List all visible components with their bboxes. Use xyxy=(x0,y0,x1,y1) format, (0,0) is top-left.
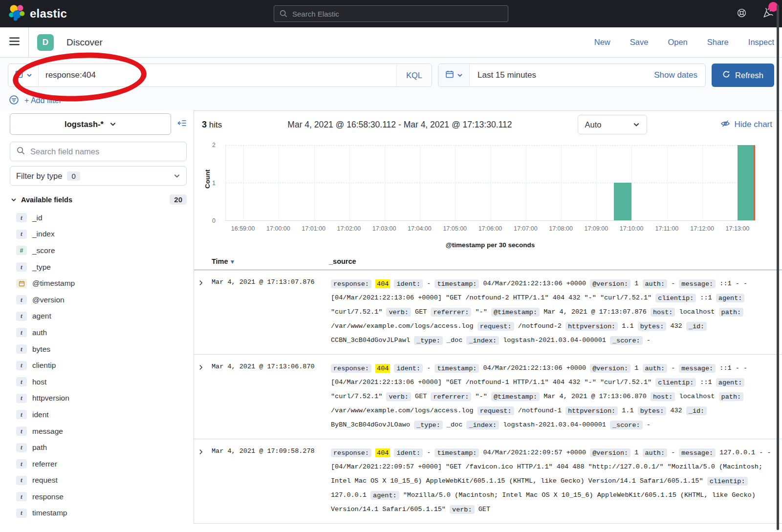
column-header-time[interactable]: Time▼ xyxy=(212,257,329,265)
type-filter-count-badge: 0 xyxy=(67,171,80,181)
field-key-pill: _index: xyxy=(466,421,499,429)
horizontal-gridline xyxy=(226,145,755,146)
row-source: response: 404 ident: - timestamp: 04/Mar… xyxy=(331,277,779,347)
field-key-pill: clientip: xyxy=(707,477,748,486)
filter-by-type-select[interactable]: Filter by type 0 xyxy=(10,166,187,186)
field-name: bytes xyxy=(32,345,50,354)
field-key-pill: _type: xyxy=(414,336,443,345)
horizontal-gridline xyxy=(226,183,755,183)
field-item-auth[interactable]: tauth xyxy=(10,324,187,341)
expand-row-button[interactable] xyxy=(198,277,212,288)
scrollbar-thumb[interactable] xyxy=(777,5,779,530)
field-type-text-icon: t xyxy=(16,361,27,370)
field-item-_index[interactable]: t_index xyxy=(10,226,187,243)
field-type-text-icon: t xyxy=(16,394,27,403)
date-picker: Last 15 minutes Show dates xyxy=(438,64,706,87)
histogram-bar[interactable] xyxy=(614,183,631,220)
share-button[interactable]: Share xyxy=(707,38,729,47)
field-type-text-icon: t xyxy=(16,377,27,386)
interval-select[interactable]: Auto xyxy=(578,115,647,134)
query-input[interactable] xyxy=(39,70,396,80)
field-value: 1 xyxy=(634,280,638,287)
show-dates-link[interactable]: Show dates xyxy=(654,70,705,80)
field-item-bytes[interactable]: tbytes xyxy=(10,341,187,358)
field-item-referrer[interactable]: treferrer xyxy=(10,456,187,472)
field-value: /var/www/example.com/logs/access.log xyxy=(331,322,474,330)
field-key-pill: referrer: xyxy=(431,308,471,317)
field-value: 04/Mar/2021:22:13:06 +0000 xyxy=(483,280,586,287)
table-row[interactable]: Mar 4, 2021 @ 17:09:58.278response: 404 … xyxy=(194,439,782,524)
x-axis-tick-label: 17:05:00 xyxy=(443,225,467,232)
field-item-response[interactable]: tresponse xyxy=(10,489,187,505)
field-type-text-icon: t xyxy=(16,213,27,222)
app-header: elastic xyxy=(0,0,782,27)
field-item-@version[interactable]: t@version xyxy=(10,292,187,308)
field-item-request[interactable]: trequest xyxy=(10,472,187,489)
elastic-logo[interactable]: elastic xyxy=(8,4,67,23)
field-item-@timestamp[interactable]: @timestamp xyxy=(10,275,187,292)
field-item-agent[interactable]: tagent xyxy=(10,308,187,325)
query-language-button[interactable]: KQL xyxy=(396,64,432,86)
index-pattern-select[interactable]: logstash-* xyxy=(10,113,171,135)
global-search-input[interactable] xyxy=(292,10,503,18)
row-time: Mar 4, 2021 @ 17:13:06.870 xyxy=(212,361,331,370)
table-row[interactable]: Mar 4, 2021 @ 17:13:07.876response: 404 … xyxy=(194,270,782,355)
field-key-pill: host: xyxy=(651,308,675,317)
saved-query-icon xyxy=(15,70,23,81)
field-item-_id[interactable]: t_id xyxy=(10,210,187,226)
field-item-message[interactable]: tmessage xyxy=(10,423,187,440)
field-search[interactable] xyxy=(10,142,187,161)
refresh-icon xyxy=(722,70,730,80)
field-item-host[interactable]: thost xyxy=(10,374,187,390)
hits-count: 3 hits xyxy=(202,120,222,130)
field-item-httpversion[interactable]: thttpversion xyxy=(10,390,187,407)
query-strip: KQL Last 15 minutes Show dates xyxy=(0,58,782,110)
nav-divider xyxy=(28,27,29,57)
collapse-sidebar-icon[interactable] xyxy=(177,118,187,130)
field-name: auth xyxy=(32,328,47,337)
global-search[interactable] xyxy=(274,5,508,22)
field-type-text-icon: t xyxy=(16,344,27,354)
refresh-button[interactable]: Refresh xyxy=(712,64,774,87)
field-key-pill: @version: xyxy=(590,364,630,373)
expand-row-button[interactable] xyxy=(198,361,212,372)
saved-query-button[interactable] xyxy=(8,64,39,86)
chevron-down-icon xyxy=(11,197,17,203)
table-row[interactable]: Mar 4, 2021 @ 17:13:06.870response: 404 … xyxy=(194,355,782,439)
add-filter-link[interactable]: + Add filter xyxy=(24,96,62,105)
time-range-end-marker xyxy=(754,145,755,220)
field-item-_score[interactable]: #_score xyxy=(10,242,187,259)
table-body: Mar 4, 2021 @ 17:13:07.876response: 404 … xyxy=(194,270,782,524)
query-input-group: KQL xyxy=(8,64,432,87)
available-fields-header[interactable]: Available fields 20 xyxy=(10,194,187,205)
field-item-path[interactable]: tpath xyxy=(10,439,187,456)
time-range-value[interactable]: Last 15 minutes xyxy=(470,70,654,80)
field-type-text-icon: t xyxy=(16,262,27,272)
results-panel: 3 hits Mar 4, 2021 @ 16:58:30.112 - Mar … xyxy=(194,110,782,524)
field-item-timestamp[interactable]: ttimestamp xyxy=(10,505,187,522)
help-lifebuoy-icon[interactable] xyxy=(736,7,747,21)
field-item-_type[interactable]: t_type xyxy=(10,259,187,276)
hide-chart-link[interactable]: Hide chart xyxy=(720,119,772,131)
field-key-pill: referrer: xyxy=(431,392,471,401)
field-value: 1 xyxy=(634,364,638,372)
field-name: path xyxy=(32,443,47,452)
field-name: httpversion xyxy=(32,394,69,403)
filter-icon[interactable] xyxy=(9,95,19,107)
news-party-popper-icon[interactable] xyxy=(762,7,774,21)
histogram-bar[interactable] xyxy=(738,145,755,220)
menu-hamburger-icon[interactable] xyxy=(8,35,21,50)
expand-row-button[interactable] xyxy=(198,446,212,457)
field-item-clientip[interactable]: tclientip xyxy=(10,357,187,374)
field-key-pill: _index: xyxy=(466,336,499,345)
calendar-button[interactable] xyxy=(438,64,470,86)
y-axis-tick-label: 0 xyxy=(212,217,216,224)
field-search-input[interactable] xyxy=(30,147,180,156)
open-button[interactable]: Open xyxy=(668,38,687,47)
inspect-button[interactable]: Inspect xyxy=(748,38,774,47)
field-type-number-icon: # xyxy=(16,246,27,255)
field-item-ident[interactable]: tident xyxy=(10,406,187,423)
new-button[interactable]: New xyxy=(594,38,610,47)
field-value: - xyxy=(647,421,651,428)
save-button[interactable]: Save xyxy=(630,38,649,47)
